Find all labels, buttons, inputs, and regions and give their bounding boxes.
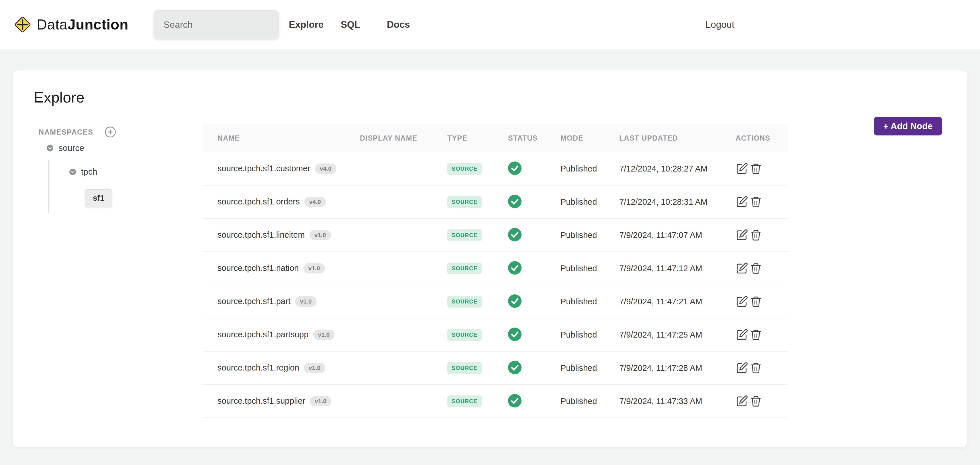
node-name-link[interactable]: source.tpch.sf1.nation <box>218 263 299 273</box>
delete-icon[interactable] <box>750 329 762 341</box>
type-cell: SOURCE <box>447 196 508 208</box>
mode-text: Published <box>560 363 619 373</box>
version-badge: v1.0 <box>310 396 331 406</box>
status-check-icon <box>508 162 522 175</box>
version-badge: v4.0 <box>315 163 336 174</box>
edit-icon[interactable] <box>736 229 748 241</box>
status-cell <box>508 294 560 309</box>
table-row: source.tpch.sf1.supplierv1.0 SOURCE Publ… <box>203 385 788 418</box>
mode-text: Published <box>560 330 619 340</box>
type-cell: SOURCE <box>447 296 508 308</box>
logout-link[interactable]: Logout <box>705 19 734 30</box>
actions-cell <box>736 162 788 175</box>
column-header-last-updated: LAST UPDATED <box>619 134 736 142</box>
node-name-link[interactable]: source.tpch.sf1.supplier <box>218 396 305 405</box>
actions-cell <box>736 395 788 408</box>
version-badge: v1.0 <box>304 263 325 273</box>
name-cell: source.tpch.sf1.ordersv4.0 <box>218 197 360 207</box>
explore-panel: Explore NAMESPACES source tpch <box>13 70 967 447</box>
namespace-icon <box>46 144 54 152</box>
version-badge: v4.0 <box>304 197 326 207</box>
mode-text: Published <box>560 164 619 173</box>
add-node-button[interactable]: + Add Node <box>874 117 942 135</box>
name-cell: source.tpch.sf1.regionv1.0 <box>218 363 360 373</box>
edit-icon[interactable] <box>736 329 748 341</box>
type-badge: SOURCE <box>447 362 482 374</box>
namespace-label: tpch <box>81 167 97 177</box>
brand-name: DataJunction <box>37 16 128 33</box>
node-name-link[interactable]: source.tpch.sf1.partsupp <box>218 330 309 339</box>
search-input[interactable] <box>154 10 279 39</box>
namespace-item-source[interactable]: source <box>46 143 84 153</box>
status-cell <box>508 195 560 209</box>
namespace-label: source <box>59 143 84 153</box>
type-badge: SOURCE <box>447 296 482 308</box>
node-name-link[interactable]: source.tpch.sf1.lineitem <box>218 230 305 240</box>
table-row: source.tpch.sf1.regionv1.0 SOURCE Publis… <box>203 352 788 385</box>
edit-icon[interactable] <box>736 395 748 408</box>
type-cell: SOURCE <box>447 263 508 274</box>
status-check-icon <box>508 328 522 341</box>
edit-icon[interactable] <box>736 262 748 275</box>
name-cell: source.tpch.sf1.partsuppv1.0 <box>218 330 360 340</box>
last-updated-text: 7/12/2024, 10:28:31 AM <box>619 197 736 207</box>
last-updated-text: 7/9/2024, 11:47:12 AM <box>619 264 736 273</box>
delete-icon[interactable] <box>750 162 762 175</box>
type-cell: SOURCE <box>447 362 508 374</box>
last-updated-text: 7/9/2024, 11:47:07 AM <box>619 230 736 240</box>
delete-icon[interactable] <box>750 229 762 241</box>
datajunction-diamond-icon <box>14 16 32 33</box>
delete-icon[interactable] <box>750 362 762 374</box>
namespaces-heading: NAMESPACES <box>39 126 116 138</box>
type-cell: SOURCE <box>447 229 508 241</box>
actions-cell <box>736 295 788 308</box>
name-cell: source.tpch.sf1.nationv1.0 <box>218 263 360 273</box>
status-check-icon <box>508 228 522 241</box>
mode-text: Published <box>560 264 619 273</box>
mode-text: Published <box>560 397 619 406</box>
edit-icon[interactable] <box>736 195 748 208</box>
edit-icon[interactable] <box>736 162 748 175</box>
status-check-icon <box>508 394 522 408</box>
actions-cell <box>736 195 788 208</box>
column-header-mode: MODE <box>560 134 619 142</box>
actions-cell <box>736 329 788 341</box>
type-badge: SOURCE <box>447 229 482 241</box>
node-name-link[interactable]: source.tpch.sf1.part <box>218 297 291 306</box>
add-namespace-icon[interactable] <box>104 126 116 138</box>
brand-logo[interactable]: DataJunction <box>14 16 128 33</box>
table-row: source.tpch.sf1.partv1.0 SOURCE Publishe… <box>203 285 788 318</box>
top-navbar: DataJunction Explore SQL Docs Logout <box>0 0 980 49</box>
table-row: source.tpch.sf1.lineitemv1.0 SOURCE Publ… <box>203 219 788 252</box>
status-cell <box>508 328 560 342</box>
status-cell <box>508 162 560 176</box>
actions-cell <box>736 362 788 374</box>
delete-icon[interactable] <box>750 295 762 308</box>
mode-text: Published <box>560 230 619 240</box>
column-header-type: TYPE <box>447 134 508 142</box>
table-row: source.tpch.sf1.customerv4.0 SOURCE Publ… <box>203 152 788 186</box>
status-cell <box>508 261 560 276</box>
delete-icon[interactable] <box>750 395 762 408</box>
node-name-link[interactable]: source.tpch.sf1.region <box>218 363 299 372</box>
nav-link-sql[interactable]: SQL <box>341 19 360 30</box>
node-name-link[interactable]: source.tpch.sf1.orders <box>218 197 300 206</box>
table-row: source.tpch.sf1.ordersv4.0 SOURCE Publis… <box>203 186 788 219</box>
delete-icon[interactable] <box>750 195 762 208</box>
namespace-item-sf1-selected[interactable]: sf1 <box>85 189 112 207</box>
actions-cell <box>736 262 788 275</box>
delete-icon[interactable] <box>750 262 762 275</box>
edit-icon[interactable] <box>736 295 748 308</box>
last-updated-text: 7/9/2024, 11:47:25 AM <box>619 330 736 340</box>
name-cell: source.tpch.sf1.partv1.0 <box>218 296 360 307</box>
actions-cell <box>736 229 788 241</box>
edit-icon[interactable] <box>736 362 748 374</box>
namespaces-label: NAMESPACES <box>39 128 94 136</box>
namespace-item-tpch[interactable]: tpch <box>69 167 97 177</box>
status-check-icon <box>508 294 522 308</box>
nav-link-explore[interactable]: Explore <box>289 19 323 30</box>
nav-link-docs[interactable]: Docs <box>387 19 410 30</box>
type-cell: SOURCE <box>447 395 508 407</box>
node-name-link[interactable]: source.tpch.sf1.customer <box>218 164 310 173</box>
column-header-name: NAME <box>218 134 360 142</box>
